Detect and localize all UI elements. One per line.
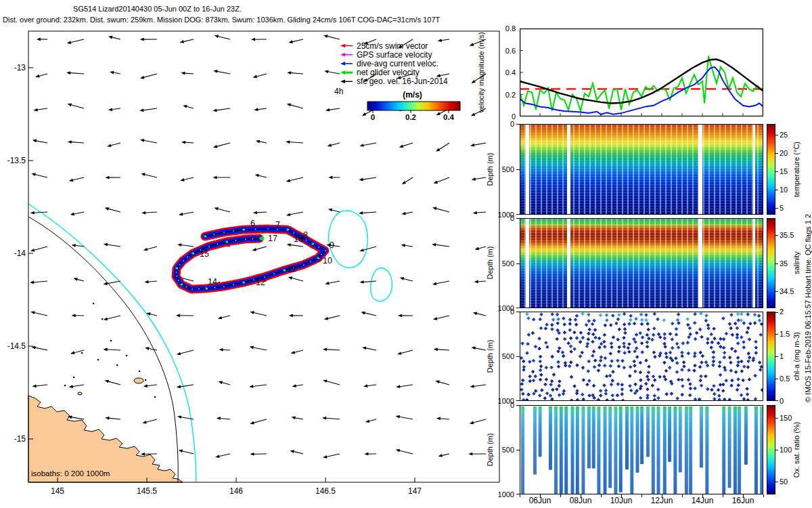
label: 0.4 (443, 113, 455, 121)
tick-mark (775, 235, 778, 236)
legend-item-label: GPS surface velocity (357, 50, 432, 60)
map-axis-box (28, 31, 499, 482)
tick-label: 0.2 (499, 91, 516, 99)
label: -14 (14, 249, 26, 258)
data-gap (526, 125, 529, 214)
tick-label: 100 (780, 446, 803, 454)
tick-mark (723, 494, 723, 497)
label: 12 (256, 278, 265, 287)
tick-mark (775, 356, 778, 357)
chl-a-scatter (520, 312, 763, 400)
tick-label: 35 (780, 259, 803, 268)
tick-label: 1000 (494, 490, 514, 499)
tick-mark (775, 400, 778, 401)
label: 6 (250, 219, 255, 228)
tick-mark (641, 494, 642, 497)
data-gap (753, 125, 755, 214)
label: 14 (208, 277, 217, 287)
label: 8 (303, 230, 308, 240)
data-gap (567, 125, 570, 214)
profile-column-texture (520, 219, 763, 308)
tick-label: 0 (494, 120, 514, 128)
tick-mark (775, 171, 778, 172)
tick-mark (516, 405, 520, 406)
tick-label: 0.4 (499, 68, 516, 77)
tick-mark (775, 334, 778, 335)
figure: 67891011121415161725cm/s swim vectorGPS … (0, 0, 812, 508)
tick-mark (775, 190, 778, 190)
label: 0 (371, 113, 375, 121)
tick-mark (775, 263, 778, 264)
series-dive-avg-current-veloc- (520, 67, 763, 114)
tick-label: 25 (780, 131, 803, 139)
label: 17 (268, 234, 277, 243)
tick-label: 12Jun (648, 496, 675, 505)
tick-mark (775, 208, 778, 209)
map-plot: 67891011121415161725cm/s swim vectorGPS … (0, 0, 514, 508)
tick-mark (775, 450, 778, 450)
tick-label: 0 (494, 214, 514, 222)
legend-item-label: dive-avg current veloc. (357, 59, 438, 68)
tick-mark (516, 124, 520, 125)
tick-mark (743, 494, 744, 497)
chl-a-colorbar (767, 312, 775, 401)
map-colorbar (367, 102, 460, 110)
profile-column-texture (520, 125, 763, 214)
tick-mark (775, 291, 778, 292)
tick-label: 20 (780, 149, 803, 157)
tick-mark (775, 379, 778, 379)
tick-mark (682, 494, 683, 497)
isobaths-label: isobaths: 0 200 1000m (31, 469, 110, 478)
track-end-marker (260, 236, 264, 240)
tick-mark (775, 482, 778, 482)
tick-mark (702, 494, 703, 497)
tick-mark (601, 494, 602, 497)
tick-label: 0.6 (499, 47, 516, 55)
tick-label: 10Jun (608, 496, 635, 505)
temperature-depth-label: Depth (m) (486, 153, 494, 186)
figure-subtitle: Dist. over ground: 232km. Dist. swum: 25… (3, 16, 440, 24)
salinity-section (520, 218, 763, 308)
tick-label: 1.5 (780, 330, 803, 338)
salinity-colorbar (767, 218, 775, 308)
label: 10 (323, 256, 332, 266)
label: -13.5 (7, 156, 26, 165)
label: 146 (229, 486, 243, 496)
label: -15 (14, 434, 26, 444)
tick-mark (516, 218, 520, 219)
temperature-section (520, 124, 763, 215)
oxygen-saturation-scatter (520, 406, 763, 494)
tick-label: 34.5 (780, 287, 803, 295)
credit-text: © IMOS 15-Feb-2019 06:15:57 Hobart time.… (804, 214, 812, 402)
legend-item-label: sfc geo. vel. 16-Jun-2014 (357, 77, 448, 86)
map-legend: 25cm/s swim vectorGPS surface velocitydi… (340, 41, 448, 87)
tick-mark (775, 153, 778, 154)
label: 11 (288, 264, 296, 274)
label: 0.2 (405, 113, 416, 121)
velocity-ylabel: velocity magnitude (m/s) (477, 32, 485, 112)
tick-mark (516, 400, 520, 401)
data-gap (698, 219, 702, 308)
tick-label: 14Jun (689, 496, 716, 505)
tick-label: 0 (494, 308, 514, 316)
data-gap (753, 219, 755, 308)
oxygen-depth-label: Depth (m) (486, 433, 494, 467)
tick-mark (775, 418, 778, 419)
tick-mark (662, 494, 662, 497)
tick-mark (621, 494, 622, 497)
legend-item-label: 25cm/s swim vector (357, 41, 428, 51)
tick-mark (516, 450, 520, 450)
oxygen-colorbar (767, 405, 775, 494)
tick-mark (540, 494, 541, 497)
data-gap (526, 219, 529, 308)
tick-mark (560, 494, 561, 497)
tick-label: 08Jun (567, 496, 594, 505)
label: 145 (51, 486, 64, 496)
tick-mark (516, 312, 520, 312)
label: 16 (294, 234, 303, 244)
label: -13 (14, 63, 26, 72)
oxygen-saturation-section (520, 405, 763, 494)
tick-mark (520, 494, 520, 497)
tick-mark (516, 169, 520, 170)
tick-label: 50 (780, 478, 803, 486)
